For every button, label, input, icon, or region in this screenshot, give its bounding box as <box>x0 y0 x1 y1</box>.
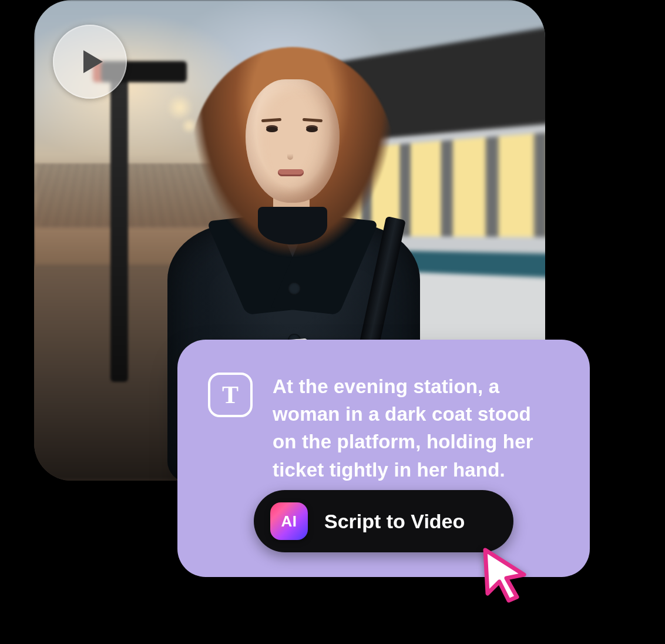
script-text: At the evening station, a woman in a dar… <box>273 373 555 484</box>
play-icon <box>78 48 106 76</box>
text-icon: T <box>208 373 253 417</box>
cta-label: Script to Video <box>324 510 465 533</box>
cursor-arrow-icon <box>481 546 530 603</box>
play-button[interactable] <box>53 25 127 99</box>
script-to-video-button[interactable]: AI Script to Video <box>254 490 513 552</box>
promo-stage: T At the evening station, a woman in a d… <box>0 0 665 644</box>
script-card: T At the evening station, a woman in a d… <box>177 340 590 577</box>
ai-badge-icon: AI <box>270 502 308 540</box>
